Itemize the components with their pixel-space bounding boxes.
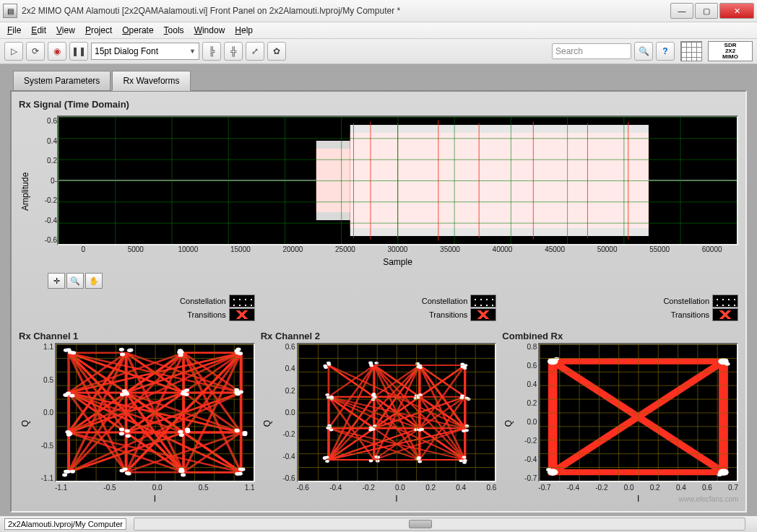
- menu-edit[interactable]: Edit: [31, 25, 46, 35]
- const-swatch-icon: [229, 295, 255, 308]
- search-placeholder: Search: [555, 46, 583, 56]
- iq-comb-yticks: 0.80.60.40.20.0-0.2-0.4-0.7: [514, 343, 537, 482]
- menubar: File Edit View Project Operate Tools Win…: [0, 22, 757, 39]
- abort-button[interactable]: ◉: [48, 42, 66, 61]
- menu-view[interactable]: View: [56, 25, 75, 35]
- panel: Rx Signal (Time Domain) Amplitude 0.60.4…: [10, 90, 747, 513]
- iq-comb-xticks: -0.7-0.4-0.20.00.20.40.60.7: [538, 484, 738, 494]
- time-ylabel: Amplitude: [19, 115, 32, 267]
- legend-ch2: Constellation Transitions: [261, 295, 497, 328]
- legend-const-label: Constellation: [180, 297, 226, 305]
- time-graph-title: Rx Signal (Time Domain): [19, 99, 738, 110]
- menu-project[interactable]: Project: [85, 25, 112, 35]
- iq-title-combined: Combined Rx: [502, 331, 738, 341]
- time-gridlines: [59, 117, 737, 244]
- tab-system-parameters[interactable]: System Parameters: [13, 71, 111, 90]
- menu-help[interactable]: Help: [235, 25, 253, 35]
- tab-rx-waveforms[interactable]: Rx Waveforms: [112, 71, 190, 91]
- minimize-button[interactable]: ―: [670, 3, 693, 19]
- iq-panel-combined: Constellation Transitions Combined Rx Q …: [502, 295, 738, 504]
- statusbar: 2x2Alamouti.lvproj/My Computer: [0, 515, 757, 532]
- iq-plot-ch2[interactable]: [297, 343, 497, 482]
- iq-panel-ch2: Constellation Transitions Rx Channel 2 Q…: [261, 295, 497, 504]
- search-button[interactable]: 🔍: [634, 42, 653, 61]
- iq-title-ch1: Rx Channel 1: [19, 331, 255, 341]
- iq-plot-combined[interactable]: [538, 343, 738, 482]
- iq-ch2-yticks: 0.60.40.20.0-0.2-0.4-0.6: [272, 343, 295, 482]
- time-graph: Amplitude 0.60.40.20--0.2-0.4-0.6: [19, 115, 738, 267]
- const-swatch-icon: [712, 295, 738, 308]
- trans-swatch-icon: [229, 308, 255, 321]
- help-button[interactable]: ?: [656, 42, 675, 61]
- trans-swatch-icon: [712, 308, 738, 321]
- menu-tools[interactable]: Tools: [164, 25, 184, 35]
- iq-ch1-xticks: -1.1-0.50.00.51.1: [55, 484, 255, 494]
- status-path: 2x2Alamouti.lvproj/My Computer: [4, 518, 126, 530]
- menu-operate[interactable]: Operate: [122, 25, 153, 35]
- run-button[interactable]: ▷: [4, 42, 23, 61]
- iq-xlabel: I: [55, 494, 255, 504]
- legend-ch1: Constellation Transitions: [19, 295, 255, 328]
- titlebar: ▤ 2x2 MIMO QAM Alamouti [2x2QAMAalamouti…: [0, 0, 757, 22]
- app-icon: ▤: [3, 4, 17, 18]
- pause-button[interactable]: ❚❚: [69, 42, 88, 61]
- align-button[interactable]: ╠: [202, 42, 221, 61]
- resize-button[interactable]: ⤢: [246, 42, 264, 61]
- distribute-button[interactable]: ╬: [224, 42, 243, 61]
- iq-plot-ch1[interactable]: [55, 343, 255, 482]
- chevron-down-icon: ▼: [189, 48, 196, 55]
- trans-swatch-icon: [470, 308, 496, 321]
- h-scrollbar[interactable]: [134, 518, 745, 531]
- iq-ch2-xticks: -0.6-0.4-0.20.00.20.40.6: [297, 484, 497, 494]
- pan-tool[interactable]: ✋: [85, 273, 103, 289]
- legend-combined: Constellation Transitions: [502, 295, 738, 328]
- font-select[interactable]: 15pt Dialog Font ▼: [91, 43, 199, 60]
- iq-panel-ch1: Constellation Transitions Rx Channel 1 Q…: [19, 295, 255, 504]
- maximize-button[interactable]: ▢: [695, 3, 718, 19]
- search-input[interactable]: Search: [552, 43, 631, 59]
- const-swatch-icon: [470, 295, 496, 308]
- window-title: 2x2 MIMO QAM Alamouti [2x2QAMAalamouti.v…: [22, 6, 670, 16]
- toolbar: ▷ ⟳ ◉ ❚❚ 15pt Dialog Font ▼ ╠ ╬ ⤢ ✿ Sear…: [0, 39, 757, 64]
- time-yticks: 0.60.40.20--0.2-0.4-0.6: [33, 117, 57, 244]
- menu-file[interactable]: File: [7, 25, 21, 35]
- iq-ch1-yticks: 1.10.50.0-0.5-1.1: [30, 343, 53, 482]
- time-xlabel: Sample: [57, 257, 738, 267]
- tab-row: System Parameters Rx Waveforms: [0, 64, 757, 90]
- graph-palette: ✛ 🔍 ✋: [48, 273, 738, 289]
- vi-icon[interactable]: SDR 2X2 MIMO: [708, 41, 753, 61]
- zoom-tool[interactable]: 🔍: [66, 273, 84, 289]
- menu-window[interactable]: Window: [194, 25, 225, 35]
- legend-trans-label: Transitions: [187, 310, 225, 319]
- connector-pane-icon[interactable]: [680, 41, 702, 61]
- time-xticks: 0500010000150002000025000300003500040000…: [57, 245, 738, 257]
- close-button[interactable]: ✕: [719, 3, 754, 19]
- time-plot[interactable]: 0.60.40.20--0.2-0.4-0.6: [57, 115, 738, 245]
- font-select-label: 15pt Dialog Font: [95, 46, 158, 56]
- iq-title-ch2: Rx Channel 2: [261, 331, 497, 341]
- cursor-tool[interactable]: ✛: [48, 273, 65, 289]
- run-cont-button[interactable]: ⟳: [26, 42, 45, 61]
- reorder-button[interactable]: ✿: [267, 42, 286, 61]
